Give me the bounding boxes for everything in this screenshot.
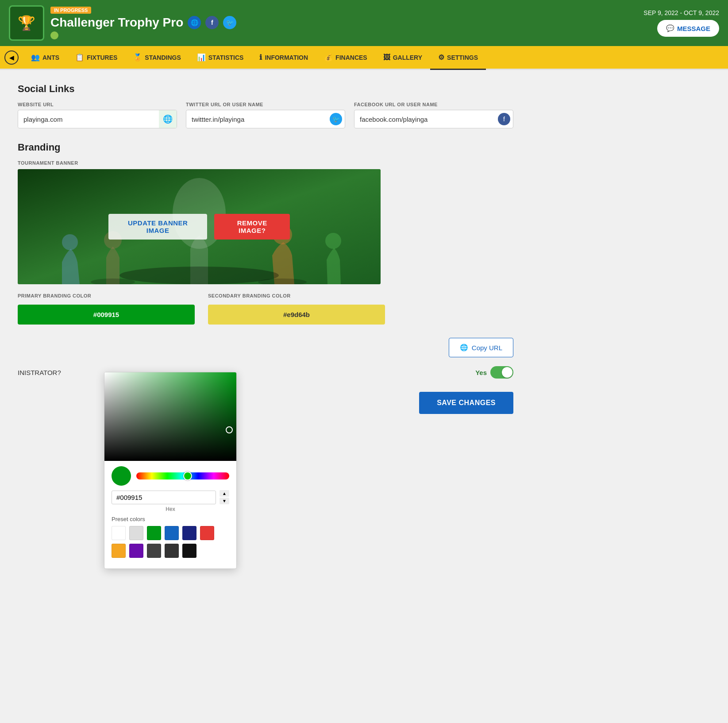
branding-title: Branding [18,142,513,153]
primary-color-label: PRIMARY BRANDING COLOR [18,293,195,298]
facebook-input-wrapper: f [354,110,513,128]
save-section: SAVE CHANGES [18,392,513,414]
preset-black[interactable] [182,544,196,558]
nav-item-gallery[interactable]: 🖼 GALLERY [375,46,430,70]
admin-toggle[interactable] [490,366,513,379]
facebook-input[interactable] [354,111,495,128]
logo-emoji: 🏆 [18,15,35,31]
banner-label: TOURNAMENT BANNER [18,160,513,166]
copy-url-area: 🌐 Copy URL [18,338,513,357]
private-section: INISTRATOR? Yes [18,366,513,379]
nav-item-statistics[interactable]: 📊 STATISTICS [189,46,252,70]
preset-white[interactable] [112,526,126,540]
nav-item-gallery-label: GALLERY [393,54,422,61]
hex-arrows: ▲ ▼ [220,490,229,504]
nav-item-information[interactable]: ℹ INFORMATION [251,46,316,70]
message-button[interactable]: 💬 MESSAGE [657,20,719,37]
branding-section: Branding TOURNAMENT BANNER [18,142,513,325]
nav-item-ants[interactable]: 👥 ANTS [23,46,67,70]
secondary-color-label: SECONDARY BRANDING COLOR [208,293,385,298]
preset-blue[interactable] [165,526,179,540]
preset-green[interactable] [147,526,161,540]
hue-handle[interactable] [183,472,192,480]
color-picker-popup: ▲ ▼ Hex Preset colors [104,372,237,569]
secondary-color-input[interactable]: #e9d64b [208,305,385,325]
website-input-wrapper: 🌐 [18,110,177,128]
tournament-title-row: Challenger Trophy Pro 🌐 f 🐦 [50,15,236,30]
banner-overlay-buttons: UPDATE BANNER IMAGE REMOVE IMAGE? [108,214,290,240]
hex-up-arrow[interactable]: ▲ [220,490,229,497]
fixtures-icon: 📋 [75,53,84,62]
nav-item-ants-label: ANTS [42,54,59,61]
status-dot [50,31,58,39]
admin-label: INISTRATOR? [18,369,61,376]
copy-url-globe-icon: 🌐 [460,344,468,352]
header-title-area: IN PROGRESS Challenger Trophy Pro 🌐 f 🐦 [50,7,236,39]
social-fields-row: WEBSITE URL 🌐 TWITTER URL OR USER NAME 🐦… [18,102,513,128]
preset-darkgray1[interactable] [147,544,161,558]
preset-darkgray2[interactable] [165,544,179,558]
in-progress-badge: IN PROGRESS [50,7,91,14]
preset-orange[interactable] [112,544,126,558]
copy-url-button[interactable]: 🌐 Copy URL [449,338,513,357]
website-input[interactable] [18,111,159,128]
nav-back-button[interactable]: ◀ [4,50,19,65]
save-changes-button[interactable]: SAVE CHANGES [419,392,513,414]
nav-item-standings[interactable]: 🏅 STANDINGS [125,46,189,70]
update-banner-button[interactable]: UPDATE BANNER IMAGE [108,214,207,240]
nav-item-fixtures-label: FIXTURES [87,54,117,61]
header: 🏆 IN PROGRESS Challenger Trophy Pro 🌐 f … [0,0,728,46]
message-icon: 💬 [666,24,674,32]
twitter-label: TWITTER URL OR USER NAME [186,102,345,107]
facebook-field-group: FACEBOOK URL OR USER NAME f [354,102,513,128]
ants-icon: 👥 [31,53,40,62]
nav-item-information-label: INFORMATION [265,54,308,61]
standings-icon: 🏅 [133,53,142,62]
nav-item-settings[interactable]: ⚙ SETTINGS [430,46,486,70]
globe-social-icon[interactable]: 🌐 [188,16,201,29]
hex-input[interactable] [112,491,216,504]
preset-purple[interactable] [129,544,143,558]
svg-point-6 [325,233,341,249]
chevron-left-icon: ◀ [9,54,14,61]
banner-container: UPDATE BANNER IMAGE REMOVE IMAGE? [18,169,381,284]
twitter-input[interactable] [186,111,327,128]
banner-image: UPDATE BANNER IMAGE REMOVE IMAGE? [18,169,381,284]
header-right: SEP 9, 2022 - OCT 9, 2022 💬 MESSAGE [643,9,719,37]
remove-image-button[interactable]: REMOVE IMAGE? [214,214,290,240]
website-globe-icon: 🌐 [159,110,177,128]
svg-point-7 [119,267,279,284]
hex-down-arrow[interactable]: ▼ [220,498,229,504]
date-range: SEP 9, 2022 - OCT 9, 2022 [643,9,719,16]
twitter-field-group: TWITTER URL OR USER NAME 🐦 [186,102,345,128]
nav-item-fixtures[interactable]: 📋 FIXTURES [67,46,125,70]
svg-point-4 [62,234,78,250]
preset-colors-section: Preset colors [104,512,236,558]
gallery-icon: 🖼 [383,54,390,62]
color-preview-circle [112,466,131,486]
preset-lightgray[interactable] [129,526,143,540]
facebook-label: FACEBOOK URL OR USER NAME [354,102,513,107]
facebook-social-icon[interactable]: f [205,16,219,29]
tournament-logo: 🏆 [9,5,44,41]
color-fields-row: PRIMARY BRANDING COLOR #009915 SECONDARY… [18,293,513,325]
toggle-wrapper: Yes [475,366,513,379]
nav-item-statistics-label: STATISTICS [208,54,244,61]
twitter-social-icon[interactable]: 🐦 [223,16,236,29]
admin-row: INISTRATOR? Yes [18,366,513,379]
color-gradient-area[interactable] [104,372,236,461]
nav-item-standings-label: STANDINGS [145,54,181,61]
website-field-group: WEBSITE URL 🌐 [18,102,177,128]
social-links-section: Social Links WEBSITE URL 🌐 TWITTER URL O… [18,83,513,128]
information-icon: ℹ [259,53,262,62]
finances-icon: 💰 [324,53,333,62]
hex-label: Hex [104,506,236,512]
hue-slider[interactable] [136,472,229,479]
color-picker-handle[interactable] [226,426,233,433]
preset-navy[interactable] [182,526,196,540]
toggle-knob [502,367,512,378]
primary-color-input[interactable]: #009915 [18,305,195,325]
preset-red[interactable] [200,526,214,540]
nav-item-finances[interactable]: 💰 FINANCES [316,46,375,70]
secondary-color-group: SECONDARY BRANDING COLOR #e9d64b [208,293,385,325]
